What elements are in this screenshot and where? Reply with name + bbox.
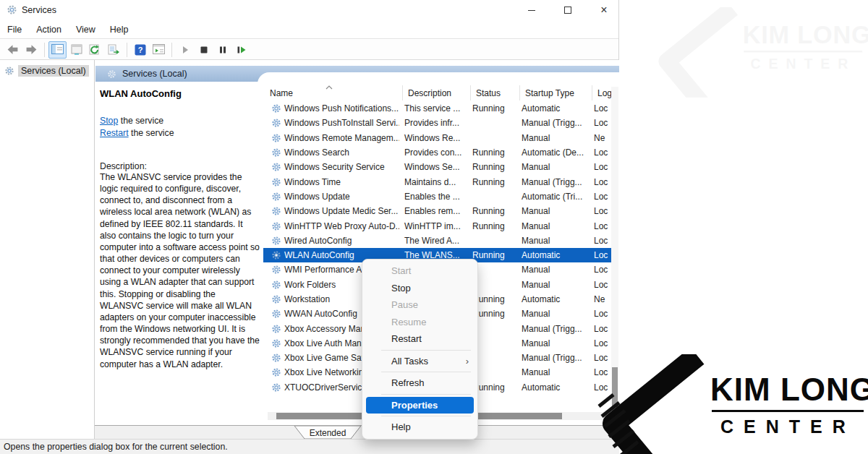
menu-separator [381,350,471,351]
table-row[interactable]: Windows Time Maintains d... Running Manu… [263,174,612,189]
service-startup-type-cell: Manual [516,309,589,319]
service-description-cell: Windows Re... [399,133,467,143]
column-header-startup-type[interactable]: Startup Type [519,85,592,100]
service-logon-cell: Loc [589,236,612,246]
service-name: Workstation [284,294,330,304]
menu-item-refresh[interactable]: Refresh [362,374,477,392]
maximize-button[interactable] [551,0,584,20]
console-panel: Services (Local) Name Description Status… [95,60,619,425]
restart-service-link[interactable]: Restart [100,128,129,138]
help-icon: ? [135,44,146,56]
menu-item-pause[interactable]: Pause [362,296,477,314]
menu-item-restart[interactable]: Restart [362,330,477,348]
menu-action[interactable]: Action [29,22,69,38]
service-startup-type-cell: Automatic (Tri... [516,192,589,202]
export-list-button[interactable] [105,41,123,59]
menu-help[interactable]: Help [103,22,136,38]
service-startup-type-cell: Manual (Trigg... [516,324,589,334]
services-window: Services × File Action View Help [0,0,619,454]
stop-service-icon [199,45,209,55]
menu-item-start[interactable]: Start [362,262,477,280]
back-button[interactable] [4,41,22,59]
service-name: Windows Remote Managem... [284,133,399,143]
service-description-cell: Windows Se... [399,162,467,172]
menu-separator [381,416,471,416]
service-startup-type-cell: Manual (Trigg... [516,118,589,128]
menu-item-all-tasks[interactable]: All Tasks› [362,353,477,370]
menu-view[interactable]: View [69,22,103,38]
pause-service-button[interactable] [213,41,231,59]
menu-separator [381,372,471,372]
service-description: The WLANSVC service provides the logic r… [100,171,260,370]
column-header-description[interactable]: Description [402,85,470,100]
properties-toolbar-button[interactable] [67,41,85,59]
forward-button[interactable] [22,41,41,59]
column-header-log-on-as[interactable]: Log On As [592,85,612,100]
tree-item-services-local[interactable]: Services (Local) [4,65,89,77]
service-startup-type-cell: Manual [516,280,589,290]
table-row[interactable]: Windows Security Service Windows Se... R… [263,160,612,174]
logo-line2: CENTER [751,56,856,72]
logo-line2: CENTER [720,416,856,437]
kim-long-watermark: KIM LONG CENTER [655,7,868,98]
service-name: Work Folders [284,280,336,290]
close-button[interactable]: × [587,0,621,20]
service-name: XTUOCDriverService [284,382,367,393]
svg-text:Extended: Extended [310,428,346,438]
view-tabs-strip: Extended Standard [95,425,619,440]
forward-arrow-icon [25,43,38,56]
service-startup-type-cell: Manual [516,265,589,275]
table-row[interactable]: Windows Search Provides con... Running A… [263,145,612,160]
start-service-button[interactable] [176,41,194,59]
console-header-title: Services (Local) [122,69,187,79]
service-startup-type-cell: Automatic [516,382,589,393]
back-arrow-icon [7,43,19,56]
table-row[interactable]: Windows Update Enables the ... Automatic… [263,189,612,204]
service-name: Windows PushToInstall Servi... [284,118,399,128]
show-console-tree-button[interactable] [48,41,67,59]
stop-service-link[interactable]: Stop [100,116,118,126]
table-row[interactable]: Windows Push Notifications... This servi… [263,101,612,116]
service-gear-icon [271,103,281,113]
table-row[interactable]: Windows PushToInstall Servi... Provides … [263,116,612,130]
menu-file[interactable]: File [0,22,29,38]
toolbar-separator [44,43,45,57]
service-gear-icon [271,280,281,290]
service-description-cell: Provides con... [399,147,467,158]
menu-separator [381,394,471,395]
menu-item-help[interactable]: Help [362,419,477,436]
service-status-cell: Running [467,147,516,158]
menu-item-stop[interactable]: Stop [362,280,477,297]
column-header-status[interactable]: Status [470,85,519,100]
table-row[interactable]: Windows Update Medic Ser... Enables rem.… [263,204,612,218]
service-gear-icon [271,265,281,275]
help-button[interactable]: ? [131,41,149,59]
service-name: Windows Search [284,147,349,158]
tab-extended[interactable]: Extended [294,426,361,439]
service-gear-icon [271,324,281,334]
table-row[interactable]: Wired AutoConfig The Wired A... Manual L… [263,234,612,248]
menu-item-resume[interactable]: Resume [362,314,477,331]
toolbar-separator [127,43,127,57]
menu-item-properties[interactable]: Properties [366,397,474,414]
stop-service-button[interactable] [195,41,213,59]
table-row[interactable]: WinHTTP Web Proxy Auto-D... WinHTTP im..… [263,218,612,233]
service-name: Windows Time [284,177,341,187]
refresh-button[interactable] [86,41,104,59]
service-logon-cell: Ne [589,133,612,143]
service-startup-type-cell: Automatic [516,103,589,113]
show-action-pane-button[interactable] [150,41,168,59]
table-row[interactable]: Windows Remote Managem... Windows Re... … [263,131,612,145]
service-status-cell: Running [467,103,516,113]
restart-service-icon [236,45,247,55]
selected-service-title: WLAN AutoConfig [100,88,255,99]
service-startup-type-cell: Automatic [516,250,589,260]
action-pane-icon [153,44,165,55]
minimize-button[interactable] [515,0,548,20]
service-gear-icon [271,309,281,319]
logo-rule [744,51,862,52]
column-header-name[interactable]: Name [266,85,402,100]
services-gear-icon [107,69,116,79]
restart-service-button[interactable] [232,41,250,59]
kim-long-logo: KIM LONG CENTER [597,354,868,454]
